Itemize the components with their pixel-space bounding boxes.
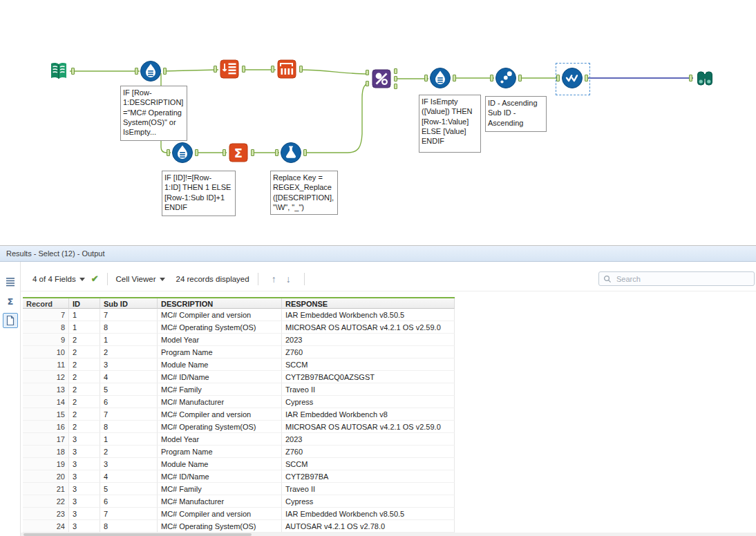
multi-row-formula-tool-3[interactable] [429,67,451,89]
table-cell[interactable]: MC# Family [158,483,282,495]
select-tool[interactable] [561,67,583,89]
multi-row-formula-tool-2[interactable] [171,142,193,164]
table-cell[interactable]: MC# Manufacturer [158,396,282,408]
cross-tab-tool[interactable] [276,58,298,80]
table-cell[interactable]: MC# Operating System(OS) [158,321,282,334]
table-cell[interactable]: 2 [69,421,100,433]
table-cell[interactable]: Model Year [158,433,282,446]
join-joined-output-anchor[interactable] [394,76,397,82]
column-header-id[interactable]: ID [69,298,100,309]
table-cell[interactable]: 22 [23,495,69,508]
table-cell[interactable]: 19 [23,458,69,470]
table-cell[interactable]: MC# ID/Name [158,470,282,483]
cell-viewer-dropdown[interactable]: Cell Viewer [116,275,165,283]
table-cell[interactable]: 3 [69,483,100,495]
annotation-sort[interactable]: ID - Ascending Sub ID - Ascending [485,96,547,132]
table-cell[interactable]: Program Name [158,346,282,358]
table-cell[interactable]: 10 [23,346,69,358]
apply-check-icon[interactable]: ✔ [91,274,99,284]
output-anchor[interactable] [242,66,245,73]
table-cell[interactable]: 2 [69,396,100,408]
table-cell[interactable]: 18 [23,446,69,458]
table-cell[interactable]: 2 [69,334,100,346]
table-row[interactable]: 1426MC# ManufacturerCypress [23,396,455,408]
multi-row-formula-tool-1[interactable] [140,60,162,82]
table-row[interactable]: 1832Program NameZ760 [23,446,455,458]
table-cell[interactable]: 7 [23,309,69,321]
table-cell[interactable]: 2 [69,371,100,383]
table-cell[interactable]: 7 [100,408,158,421]
output-anchor[interactable] [251,149,254,156]
table-cell[interactable]: 5 [100,483,158,495]
column-header-sub-id[interactable]: Sub ID [100,298,158,309]
fields-dropdown[interactable]: 4 of 4 Fields [32,275,85,283]
table-cell[interactable]: 8 [23,321,69,334]
table-cell[interactable]: 15 [23,408,69,421]
table-cell[interactable]: Cypress [282,495,455,508]
table-cell[interactable]: 4 [100,470,158,483]
table-row[interactable]: 2236MC# ManufacturerCypress [23,495,455,508]
table-cell[interactable]: SCCM [282,458,455,470]
up-arrow-icon[interactable]: ↑ [267,274,281,285]
annotation-formula[interactable]: Replace Key = REGEX_Replace ([DESCRIPTIO… [270,171,338,215]
column-header-record[interactable]: Record [23,298,69,309]
table-cell[interactable]: Model Year [158,334,282,346]
table-cell[interactable]: MICROSAR OS AUTOSAR v4.2.1 OS v2.59.0 [282,421,455,433]
column-header-response[interactable]: RESPONSE [282,298,455,309]
input-anchor[interactable] [214,66,217,73]
browse-tool[interactable] [694,67,716,89]
output-anchor[interactable] [303,149,307,156]
table-cell[interactable]: 8 [100,520,158,533]
table-row[interactable]: 1731Model Year2023 [23,433,455,446]
table-cell[interactable]: MC# Compiler and version [158,309,282,321]
join-right-output-anchor[interactable] [394,84,397,89]
input-anchor[interactable] [275,149,278,156]
join-left-output-anchor[interactable] [394,68,397,74]
table-cell[interactable]: IAR Embedded Workbench v8 [282,408,455,421]
table-cell[interactable]: 2023 [282,334,455,346]
output-anchor[interactable] [299,66,303,73]
input-anchor[interactable] [689,75,692,82]
column-header-description[interactable]: DESCRIPTION [158,298,282,309]
input-anchor[interactable] [223,149,226,156]
table-cell[interactable]: 2 [100,346,158,358]
table-cell[interactable]: MC# ID/Name [158,371,282,383]
table-row[interactable]: 2438MC# Operating System(OS)AUTOSAR v4.2… [23,520,455,533]
table-cell[interactable]: AUTOSAR v4.2.1 OS v2.78.0 [282,520,455,533]
table-cell[interactable]: 6 [100,396,158,408]
table-cell[interactable]: MC# Manufacturer [158,495,282,508]
table-cell[interactable]: 21 [23,483,69,495]
table-row[interactable]: 717MC# Compiler and versionIAR Embedded … [23,309,455,321]
sort-tool[interactable] [495,67,517,89]
table-cell[interactable]: CYT2B97BACQ0AZSGST [282,371,455,383]
table-cell[interactable]: 2 [69,383,100,396]
table-cell[interactable]: 5 [100,383,158,396]
table-cell[interactable]: Cypress [282,396,455,408]
table-cell[interactable]: 3 [69,495,100,508]
table-cell[interactable]: MC# Compiler and version [158,408,282,421]
table-cell[interactable]: MICROSAR OS AUTOSAR v4.2.1 OS v2.59.0 [282,321,455,334]
table-cell[interactable]: 3 [100,358,158,371]
table-row[interactable]: 1224MC# ID/NameCYT2B97BACQ0AZSGST [23,371,455,383]
table-cell[interactable]: Program Name [158,446,282,458]
table-row[interactable]: 1527MC# Compiler and versionIAR Embedded… [23,408,455,421]
table-cell[interactable]: 3 [69,508,100,520]
table-cell[interactable]: 1 [69,321,100,334]
table-cell[interactable]: 3 [69,470,100,483]
table-row[interactable]: 2135MC# FamilyTraveo II [23,483,455,495]
table-cell[interactable]: 6 [100,495,158,508]
horizontal-scrollbar[interactable] [21,533,756,536]
scrollbar-thumb[interactable] [23,533,252,536]
table-cell[interactable]: 11 [23,358,69,371]
input-anchor[interactable] [490,75,493,82]
table-cell[interactable]: MC# Operating System(OS) [158,520,282,533]
table-cell[interactable]: 12 [23,371,69,383]
table-cell[interactable]: Module Name [158,458,282,470]
table-row[interactable]: 2034MC# ID/NameCYT2B97BA [23,470,455,483]
table-cell[interactable]: 23 [23,508,69,520]
table-cell[interactable]: 9 [23,334,69,346]
output-anchor[interactable] [163,68,167,75]
formula-tool[interactable] [280,142,302,164]
table-cell[interactable]: Traveo II [282,383,455,396]
table-cell[interactable]: 13 [23,383,69,396]
